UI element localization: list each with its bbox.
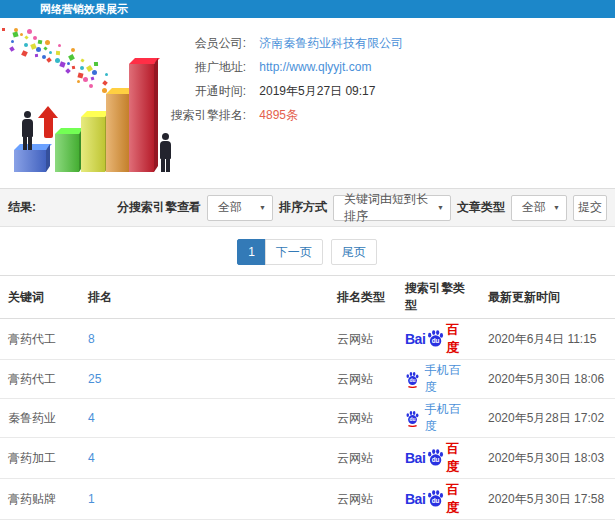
open-time-value: 2019年5月27日 09:17 bbox=[259, 84, 375, 98]
submit-button[interactable]: 提交 bbox=[573, 195, 607, 221]
svg-text:du: du bbox=[432, 497, 440, 504]
table-row: 膏药代工 25 云网站 du 手机百度 2020年5月30日 18:06 bbox=[0, 360, 615, 399]
baidu-paw-icon: du bbox=[426, 489, 445, 509]
engine-type-cell: Bai du 百度 bbox=[397, 479, 480, 520]
svg-text:du: du bbox=[432, 337, 440, 344]
sort-label: 排序方式 bbox=[279, 199, 327, 216]
account-info-fields: 会员公司: 济南秦鲁药业科技有限公司 推广地址: http://www.qlyy… bbox=[162, 18, 615, 127]
rank-type-cell: 云网站 bbox=[329, 438, 397, 479]
svg-text:du: du bbox=[432, 456, 440, 463]
account-info-section: 会员公司: 济南秦鲁药业科技有限公司 推广地址: http://www.qlyy… bbox=[0, 18, 615, 188]
keyword-cell: 膏药贴牌 bbox=[0, 479, 80, 520]
sort-value: 关键词由短到长排序 bbox=[344, 191, 431, 225]
chart-bar-green bbox=[55, 134, 79, 172]
col-keyword: 关键词 bbox=[0, 276, 80, 319]
engine-rank-count: 4895条 bbox=[259, 108, 298, 122]
svg-text:du: du bbox=[410, 378, 416, 383]
keyword-cell: 膏药代工 bbox=[0, 319, 80, 360]
baidu-paw-icon: du bbox=[426, 448, 445, 468]
rank-type-cell: 云网站 bbox=[329, 399, 397, 438]
rank-type-cell: 云网站 bbox=[329, 479, 397, 520]
result-label: 结果: bbox=[8, 199, 36, 216]
baidu-mobile-paw-icon: du bbox=[405, 410, 420, 427]
col-rank-type: 排名类型 bbox=[329, 276, 397, 319]
window-title-bar: 网络营销效果展示 bbox=[0, 0, 615, 18]
col-updated: 最新更新时间 bbox=[480, 276, 615, 319]
article-type-label: 文章类型 bbox=[457, 199, 505, 216]
red-up-arrow-icon bbox=[38, 106, 58, 138]
rank-link[interactable]: 8 bbox=[80, 319, 329, 360]
baidu-pc-logo: Bai du 百度 bbox=[405, 321, 472, 357]
chart-bar-red bbox=[129, 64, 154, 172]
bar-chart-illustration bbox=[2, 28, 172, 178]
pagination: 1 下一页 尾页 bbox=[238, 239, 377, 265]
engine-rank-row: 搜索引擎排名: 4895条 bbox=[162, 103, 615, 127]
promo-url-label: 推广地址: bbox=[162, 55, 246, 79]
updated-time-cell: 2020年5月30日 17:58 bbox=[480, 479, 615, 520]
page-title: 网络营销效果展示 bbox=[40, 3, 128, 15]
svg-text:du: du bbox=[410, 417, 416, 422]
chevron-down-icon: ▼ bbox=[547, 204, 560, 211]
rank-link[interactable]: 4 bbox=[80, 438, 329, 479]
rank-type-cell: 云网站 bbox=[329, 360, 397, 399]
baidu-mobile-paw-icon: du bbox=[405, 371, 420, 388]
keyword-cell: 秦鲁药业 bbox=[0, 399, 80, 438]
table-header-row: 关键词 排名 排名类型 搜索引擎类型 最新更新时间 bbox=[0, 276, 615, 319]
baidu-pc-logo: Bai du 百度 bbox=[405, 440, 472, 476]
next-page-button[interactable]: 下一页 bbox=[265, 239, 323, 265]
chart-bar-yellow bbox=[81, 117, 105, 172]
col-engine-type: 搜索引擎类型 bbox=[397, 276, 480, 319]
updated-time-cell: 2020年5月30日 18:06 bbox=[480, 360, 615, 399]
baidu-paw-icon: du bbox=[426, 329, 445, 349]
engine-view-label: 分搜索引擎查看 bbox=[117, 199, 201, 216]
open-time-row: 开通时间: 2019年5月27日 09:17 bbox=[162, 79, 615, 103]
table-row: 膏药加工 4 云网站 Bai du 百度 2020年5月30日 18:03 bbox=[0, 438, 615, 479]
filter-bar: 结果: 分搜索引擎查看 全部 ▼ 排序方式 关键词由短到长排序 ▼ 文章类型 全… bbox=[0, 188, 615, 227]
engine-type-cell: Bai du 百度 bbox=[397, 319, 480, 360]
col-rank: 排名 bbox=[80, 276, 329, 319]
updated-time-cell: 2020年5月28日 17:02 bbox=[480, 399, 615, 438]
rank-link[interactable]: 25 bbox=[80, 360, 329, 399]
engine-filter-value: 全部 bbox=[218, 199, 242, 216]
engine-filter-select[interactable]: 全部 ▼ bbox=[207, 195, 273, 221]
article-type-value: 全部 bbox=[522, 199, 546, 216]
results-table: 关键词 排名 排名类型 搜索引擎类型 最新更新时间 膏药代工 8 云网站 Bai… bbox=[0, 275, 615, 520]
member-company-link[interactable]: 济南秦鲁药业科技有限公司 bbox=[259, 36, 403, 50]
rank-link[interactable]: 4 bbox=[80, 399, 329, 438]
keyword-cell: 膏药代工 bbox=[0, 360, 80, 399]
chart-bar-orange bbox=[106, 94, 130, 172]
pagination-wrap: 1 下一页 尾页 bbox=[0, 227, 615, 275]
filter-controls: 分搜索引擎查看 全部 ▼ 排序方式 关键词由短到长排序 ▼ 文章类型 全部 ▼ … bbox=[117, 195, 607, 221]
updated-time-cell: 2020年5月30日 18:03 bbox=[480, 438, 615, 479]
rank-type-cell: 云网站 bbox=[329, 319, 397, 360]
baidu-pc-logo: Bai du 百度 bbox=[405, 481, 472, 517]
member-company-label: 会员公司: bbox=[162, 31, 246, 55]
last-page-button[interactable]: 尾页 bbox=[331, 239, 377, 265]
businessman-figure-right bbox=[157, 133, 173, 172]
table-row: 膏药代工 8 云网站 Bai du 百度 2020年6月4日 11:15 bbox=[0, 319, 615, 360]
promo-url-row: 推广地址: http://www.qlyyjt.com bbox=[162, 55, 615, 79]
chevron-down-icon: ▼ bbox=[253, 204, 266, 211]
engine-type-cell: du 手机百度 bbox=[397, 399, 480, 438]
open-time-label: 开通时间: bbox=[162, 79, 246, 103]
chevron-down-icon: ▼ bbox=[431, 204, 444, 211]
updated-time-cell: 2020年6月4日 11:15 bbox=[480, 319, 615, 360]
member-company-row: 会员公司: 济南秦鲁药业科技有限公司 bbox=[162, 31, 615, 55]
businessman-figure-left bbox=[19, 111, 35, 150]
table-row: 膏药贴牌 1 云网站 Bai du 百度 2020年5月30日 17:58 bbox=[0, 479, 615, 520]
keyword-cell: 膏药加工 bbox=[0, 438, 80, 479]
engine-type-cell: du 手机百度 bbox=[397, 360, 480, 399]
chart-bar-blue bbox=[14, 150, 46, 172]
baidu-mobile-logo: du 手机百度 bbox=[405, 362, 472, 396]
promo-url-link[interactable]: http://www.qlyyjt.com bbox=[259, 60, 371, 74]
rank-link[interactable]: 1 bbox=[80, 479, 329, 520]
sort-select[interactable]: 关键词由短到长排序 ▼ bbox=[333, 195, 451, 221]
table-row: 秦鲁药业 4 云网站 du 手机百度 2020年5月28日 17:02 bbox=[0, 399, 615, 438]
page-1-button[interactable]: 1 bbox=[237, 239, 266, 265]
baidu-mobile-logo: du 手机百度 bbox=[405, 401, 472, 435]
results-table-body: 膏药代工 8 云网站 Bai du 百度 2020年6月4日 11:15 膏药代… bbox=[0, 319, 615, 520]
article-type-select[interactable]: 全部 ▼ bbox=[511, 195, 567, 221]
engine-rank-label: 搜索引擎排名: bbox=[162, 103, 246, 127]
engine-type-cell: Bai du 百度 bbox=[397, 438, 480, 479]
